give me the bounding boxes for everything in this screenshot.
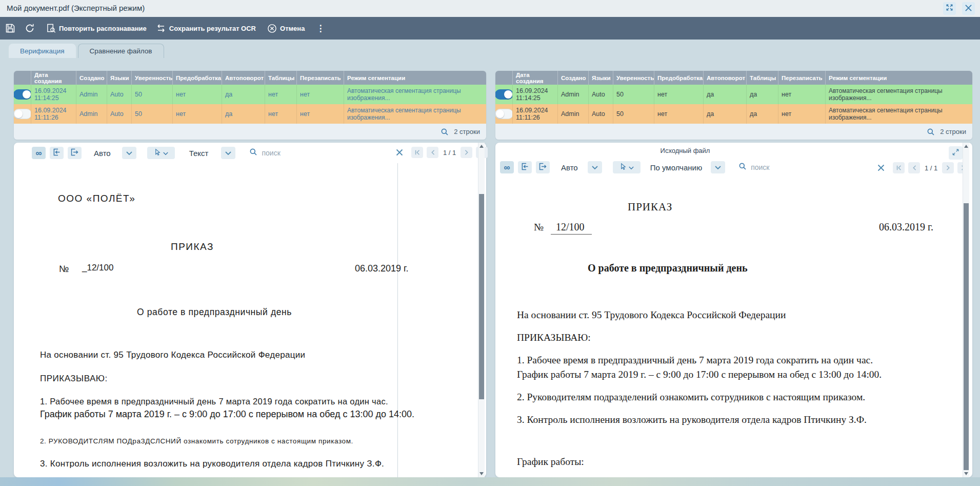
repeat-recognition-button[interactable]: Повторить распознавание bbox=[46, 24, 147, 33]
scrollbar-thumb[interactable] bbox=[964, 203, 969, 470]
chevron-down-icon bbox=[163, 148, 168, 158]
more-options-button[interactable]: ⋮ bbox=[316, 23, 325, 34]
left-viewer-toolbar: ∞ Авто Текст bbox=[14, 146, 318, 160]
link-panes-button[interactable]: ∞ bbox=[500, 161, 514, 173]
link-icon: ∞ bbox=[35, 149, 42, 158]
row-toggle-off[interactable] bbox=[14, 109, 31, 119]
prev-page-button[interactable] bbox=[427, 147, 438, 158]
col-confidence: Уверенность bbox=[132, 71, 173, 85]
table-footer: 2 строки bbox=[495, 124, 972, 140]
col-date-created: Дата создания bbox=[31, 71, 76, 85]
vertical-scrollbar[interactable] bbox=[478, 143, 485, 477]
export-button[interactable] bbox=[68, 147, 82, 159]
clear-search-icon[interactable] bbox=[396, 149, 403, 156]
cursor-tool-dropdown[interactable] bbox=[613, 161, 641, 173]
close-button[interactable] bbox=[962, 2, 975, 15]
doc-body-line: 2. Руководителям подразделений ознакомит… bbox=[517, 392, 865, 403]
tab-file-comparison[interactable]: Сравнение файлов bbox=[78, 44, 164, 58]
col-preprocessing: Предобработка bbox=[654, 71, 704, 85]
row-toggle-on[interactable] bbox=[14, 89, 31, 100]
refresh-button[interactable] bbox=[25, 23, 35, 33]
row-toggle-off[interactable] bbox=[495, 109, 513, 119]
import-button[interactable] bbox=[50, 147, 64, 159]
clear-search-icon[interactable] bbox=[877, 164, 885, 171]
first-page-button[interactable] bbox=[411, 147, 423, 158]
export-icon bbox=[538, 162, 547, 173]
search-input[interactable] bbox=[751, 163, 807, 171]
fullscreen-icon bbox=[946, 4, 953, 13]
page-edge bbox=[397, 163, 398, 477]
content-mode-label: Текст bbox=[189, 149, 209, 158]
first-page-button[interactable] bbox=[893, 162, 905, 173]
table-row[interactable]: 16.09.202411:14:25 Admin Auto 50 нет да … bbox=[14, 85, 486, 104]
search-icon[interactable] bbox=[927, 128, 935, 136]
close-icon bbox=[965, 4, 972, 13]
vertical-scrollbar[interactable] bbox=[963, 143, 969, 477]
row-toggle-on[interactable] bbox=[495, 89, 513, 100]
link-icon: ∞ bbox=[504, 163, 510, 172]
col-created-by: Создано bbox=[76, 71, 107, 85]
right-recognition-table: Дата создания Создано Языки Уверенность … bbox=[495, 71, 972, 140]
content-mode-dropdown[interactable] bbox=[711, 161, 725, 173]
doc-number: _12/100 bbox=[82, 263, 113, 273]
search-icon bbox=[738, 162, 747, 172]
next-page-button[interactable] bbox=[461, 147, 472, 158]
scroll-down-arrow[interactable] bbox=[964, 472, 968, 475]
col-created-by: Создано bbox=[558, 71, 589, 85]
chevron-down-icon bbox=[225, 148, 231, 158]
doc-org-line: ООО «ПОЛЁТ» bbox=[58, 193, 135, 204]
scroll-up-arrow[interactable] bbox=[964, 145, 968, 148]
next-page-button[interactable] bbox=[942, 162, 954, 173]
table-row[interactable]: 16.09.202411:11:26 Admin Auto 50 нет да … bbox=[495, 104, 972, 124]
doc-number-label: № bbox=[534, 221, 544, 233]
save-button[interactable] bbox=[5, 23, 15, 33]
doc-title: ПРИКАЗ bbox=[171, 241, 214, 252]
zoom-mode-dropdown[interactable] bbox=[122, 147, 136, 159]
import-icon bbox=[521, 162, 529, 173]
col-segmentation-mode: Режим сегментации bbox=[826, 71, 972, 85]
link-panes-button[interactable]: ∞ bbox=[32, 147, 46, 159]
chevron-down-icon bbox=[715, 163, 721, 172]
expand-icon bbox=[952, 148, 959, 158]
chevron-down-icon bbox=[126, 148, 132, 158]
ocr-document-page: ООО «ПОЛЁТ» ПРИКАЗ № _12/100 06.03.2019 … bbox=[14, 163, 486, 477]
cancel-icon bbox=[267, 24, 277, 33]
tab-verification[interactable]: Верификация bbox=[9, 44, 76, 58]
doc-subject: О работе в предпраздничный день bbox=[588, 262, 748, 274]
scrollbar-thumb[interactable] bbox=[479, 194, 484, 399]
swap-arrows-icon bbox=[156, 24, 166, 33]
content-mode-label: По умолчанию bbox=[650, 163, 702, 172]
right-pager: 1 / 1 bbox=[877, 162, 969, 174]
zoom-mode-dropdown[interactable] bbox=[588, 161, 602, 173]
doc-date: 06.03.2019 г. bbox=[879, 221, 933, 233]
col-preprocessing: Предобработка bbox=[173, 71, 222, 85]
doc-body-line: 3. Контроль исполнения возложить на руко… bbox=[40, 459, 384, 469]
table-row[interactable]: 16.09.202411:14:25 Admin Auto 50 нет да … bbox=[495, 85, 972, 104]
expand-pane-button[interactable] bbox=[949, 146, 963, 160]
doc-subject: О работе в предпраздничный день bbox=[137, 307, 292, 318]
prev-page-button[interactable] bbox=[908, 162, 920, 173]
import-button[interactable] bbox=[518, 161, 532, 173]
scroll-down-arrow[interactable] bbox=[479, 472, 484, 475]
col-overwrite: Перезаписать bbox=[297, 71, 344, 85]
col-autorotate: Автоповорот bbox=[704, 71, 747, 85]
table-row[interactable]: 16.09.202411:11:26 Admin Auto 50 нет да … bbox=[14, 104, 486, 124]
cursor-icon bbox=[619, 163, 627, 172]
export-button[interactable] bbox=[536, 161, 550, 173]
save-ocr-button[interactable]: Сохранить результат OCR bbox=[156, 24, 256, 33]
tab-bar: Верификация Сравнение файлов bbox=[9, 44, 164, 58]
content-mode-dropdown[interactable] bbox=[221, 147, 235, 159]
cursor-tool-dropdown[interactable] bbox=[147, 147, 175, 159]
table-header-row: Дата создания Создано Языки Уверенность … bbox=[14, 71, 486, 85]
search-input[interactable] bbox=[262, 149, 318, 157]
doc-body-line: На основании ст. 95 Трудового Кодекса Ро… bbox=[517, 309, 786, 321]
title-bar: Мой документ.pdf (Экспертный режим) bbox=[0, 0, 980, 17]
zoom-mode-label: Авто bbox=[94, 149, 111, 158]
scroll-up-arrow[interactable] bbox=[479, 145, 484, 148]
fullscreen-button[interactable] bbox=[943, 2, 956, 15]
cancel-button[interactable]: Отмена bbox=[267, 24, 305, 33]
cursor-icon bbox=[154, 148, 162, 158]
doc-body-line: 3. Контроль исполнения возложить на руко… bbox=[517, 414, 867, 425]
search-icon[interactable] bbox=[441, 128, 449, 136]
col-tables: Таблицы bbox=[265, 71, 297, 85]
